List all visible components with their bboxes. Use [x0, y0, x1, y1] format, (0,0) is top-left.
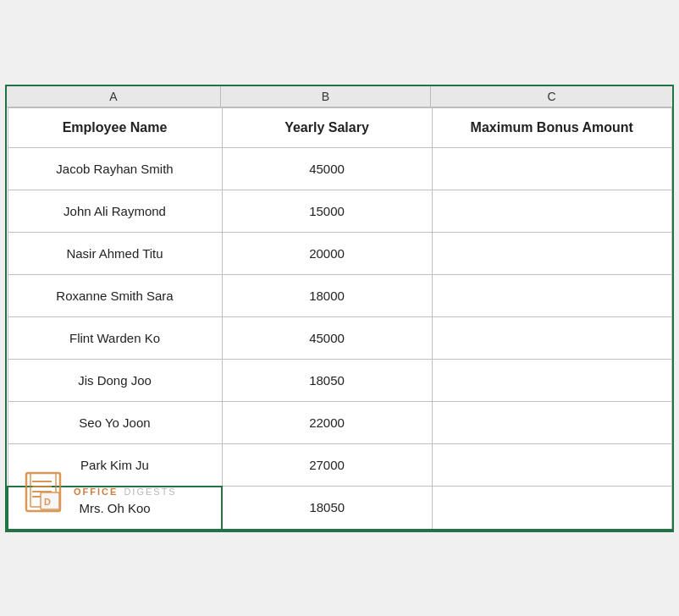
svg-text:D: D [44, 497, 51, 507]
table-row: John Ali Raymond15000 [8, 190, 672, 232]
header-employee-name: Employee Name [8, 107, 222, 147]
cell-employee-name[interactable]: Jacob Rayhan Smith [8, 147, 222, 190]
watermark-suffix: DIGESTS [124, 487, 176, 497]
cell-yearly-salary[interactable]: 27000 [222, 443, 432, 487]
table-row: Jis Dong Joo18050 [8, 359, 672, 401]
spreadsheet: A B C Employee Name Yearly Salary Maximu… [5, 85, 674, 532]
cell-max-bonus[interactable] [432, 359, 672, 401]
watermark-brand: OFFICE [74, 487, 118, 497]
cell-yearly-salary[interactable]: 15000 [222, 190, 432, 232]
cell-yearly-salary[interactable]: 22000 [222, 401, 432, 443]
cell-employee-name[interactable]: Roxanne Smith Sara [8, 274, 222, 316]
cell-max-bonus[interactable] [432, 487, 672, 530]
table-row: Seo Yo Joon22000 [8, 401, 672, 443]
cell-yearly-salary[interactable]: 45000 [222, 147, 432, 190]
cell-yearly-salary[interactable]: 18000 [222, 274, 432, 316]
cell-employee-name[interactable]: Seo Yo Joon [8, 401, 222, 443]
cell-max-bonus[interactable] [432, 401, 672, 443]
cell-employee-name[interactable]: Jis Dong Joo [8, 359, 222, 401]
table-row: Flint Warden Ko45000 [8, 316, 672, 359]
column-headers: A B C [7, 86, 672, 107]
table-row: Nasir Ahmed Titu20000 [8, 232, 672, 274]
table-row: Jacob Rayhan Smith45000 [8, 147, 672, 190]
header-max-bonus: Maximum Bonus Amount [432, 107, 672, 147]
cell-max-bonus[interactable] [432, 443, 672, 487]
cell-employee-name[interactable]: Flint Warden Ko [8, 316, 222, 359]
cell-max-bonus[interactable] [432, 147, 672, 190]
col-header-c[interactable]: C [431, 86, 672, 107]
cell-yearly-salary[interactable]: 45000 [222, 316, 432, 359]
cell-yearly-salary[interactable]: 18050 [222, 487, 432, 530]
data-table: Employee Name Yearly Salary Maximum Bonu… [7, 107, 672, 531]
cell-yearly-salary[interactable]: 20000 [222, 232, 432, 274]
col-header-a[interactable]: A [7, 86, 221, 107]
header-yearly-salary: Yearly Salary [222, 107, 432, 147]
col-header-b[interactable]: B [221, 86, 431, 107]
watermark-text: OFFICE DIGESTS [74, 487, 177, 497]
cell-max-bonus[interactable] [432, 274, 672, 316]
spreadsheet-wrapper: A B C Employee Name Yearly Salary Maximu… [5, 76, 674, 541]
watermark-icon: D [22, 469, 69, 515]
table-row: Roxanne Smith Sara18000 [8, 274, 672, 316]
cell-yearly-salary[interactable]: 18050 [222, 359, 432, 401]
cell-employee-name[interactable]: John Ali Raymond [8, 190, 222, 232]
table-header-row: Employee Name Yearly Salary Maximum Bonu… [8, 107, 672, 147]
cell-employee-name[interactable]: Nasir Ahmed Titu [8, 232, 222, 274]
cell-max-bonus[interactable] [432, 232, 672, 274]
watermark: D OFFICE DIGESTS [22, 469, 177, 515]
cell-max-bonus[interactable] [432, 190, 672, 232]
cell-max-bonus[interactable] [432, 316, 672, 359]
